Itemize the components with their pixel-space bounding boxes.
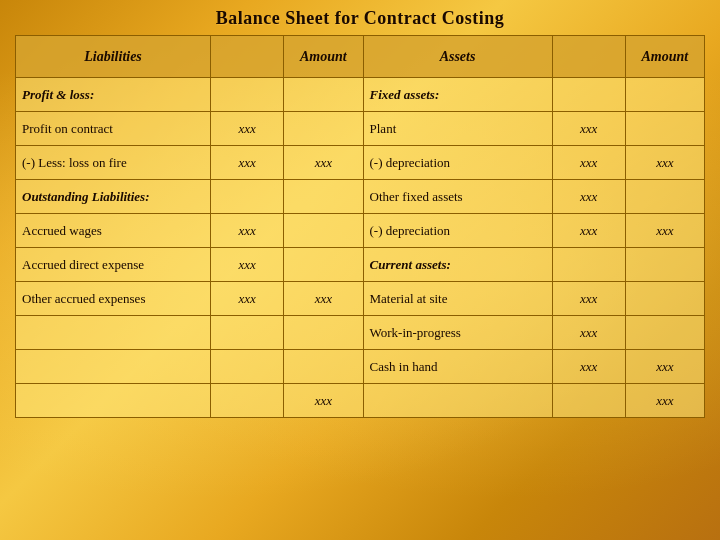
left-label: Accrued wages <box>16 214 211 248</box>
left-val1: xxx <box>211 214 284 248</box>
right-val2 <box>625 78 704 112</box>
left-val2 <box>284 180 363 214</box>
left-val2 <box>284 112 363 146</box>
balance-sheet-table: Liabilities Amount Assets Amount Profit … <box>15 35 705 418</box>
right-label: (-) depreciation <box>363 146 552 180</box>
right-label: Other fixed assets <box>363 180 552 214</box>
table-row: Profit & loss:Fixed assets: <box>16 78 705 112</box>
right-val1: xxx <box>552 282 625 316</box>
right-label: (-) depreciation <box>363 214 552 248</box>
left-val1 <box>211 316 284 350</box>
left-val1 <box>211 350 284 384</box>
header-amount-right-2: Amount <box>625 36 704 78</box>
left-label: Accrued direct expense <box>16 248 211 282</box>
left-label <box>16 384 211 418</box>
right-val2 <box>625 248 704 282</box>
header-liabilities: Liabilities <box>16 36 211 78</box>
right-val1 <box>552 384 625 418</box>
right-label: Plant <box>363 112 552 146</box>
right-val1: xxx <box>552 146 625 180</box>
right-val2: xxx <box>625 350 704 384</box>
left-label <box>16 316 211 350</box>
left-val2 <box>284 248 363 282</box>
right-val2 <box>625 316 704 350</box>
left-label: Profit on contract <box>16 112 211 146</box>
table-row: Other accrued expensesxxxxxxMaterial at … <box>16 282 705 316</box>
right-label: Work-in-progress <box>363 316 552 350</box>
right-label <box>363 384 552 418</box>
table-row: xxxxxx <box>16 384 705 418</box>
left-val2: xxx <box>284 384 363 418</box>
right-val1 <box>552 248 625 282</box>
left-val2 <box>284 214 363 248</box>
left-val1: xxx <box>211 248 284 282</box>
right-val2 <box>625 112 704 146</box>
left-val2 <box>284 316 363 350</box>
right-label: Cash in hand <box>363 350 552 384</box>
left-val1 <box>211 180 284 214</box>
left-val2: xxx <box>284 146 363 180</box>
header-amount-left-2: Amount <box>284 36 363 78</box>
right-val1: xxx <box>552 180 625 214</box>
left-label: (-) Less: loss on fire <box>16 146 211 180</box>
right-label: Fixed assets: <box>363 78 552 112</box>
right-val1 <box>552 78 625 112</box>
right-val2: xxx <box>625 384 704 418</box>
table-row: Accrued wagesxxx(-) depreciationxxxxxx <box>16 214 705 248</box>
right-val1: xxx <box>552 112 625 146</box>
right-val1: xxx <box>552 214 625 248</box>
right-val2: xxx <box>625 146 704 180</box>
header-assets: Assets <box>363 36 552 78</box>
left-label: Outstanding Liabilities: <box>16 180 211 214</box>
left-val1: xxx <box>211 146 284 180</box>
left-val2: xxx <box>284 282 363 316</box>
right-label: Current assets: <box>363 248 552 282</box>
table-row: Work-in-progressxxx <box>16 316 705 350</box>
right-val2 <box>625 282 704 316</box>
left-val1 <box>211 384 284 418</box>
table-row: Accrued direct expensexxxCurrent assets: <box>16 248 705 282</box>
table-row: Profit on contractxxxPlantxxx <box>16 112 705 146</box>
table-row: Outstanding Liabilities:Other fixed asse… <box>16 180 705 214</box>
right-val2: xxx <box>625 214 704 248</box>
left-val1: xxx <box>211 112 284 146</box>
right-label: Material at site <box>363 282 552 316</box>
right-val1: xxx <box>552 350 625 384</box>
left-label <box>16 350 211 384</box>
header-amount-left-1 <box>211 36 284 78</box>
left-label: Profit & loss: <box>16 78 211 112</box>
left-val2 <box>284 350 363 384</box>
right-val1: xxx <box>552 316 625 350</box>
table-container: Liabilities Amount Assets Amount Profit … <box>15 35 705 418</box>
left-val1: xxx <box>211 282 284 316</box>
right-val2 <box>625 180 704 214</box>
left-val2 <box>284 78 363 112</box>
header-amount-right-1 <box>552 36 625 78</box>
page-title: Balance Sheet for Contract Costing <box>216 8 505 29</box>
left-val1 <box>211 78 284 112</box>
table-row: (-) Less: loss on firexxxxxx(-) deprecia… <box>16 146 705 180</box>
left-label: Other accrued expenses <box>16 282 211 316</box>
table-row: Cash in handxxxxxx <box>16 350 705 384</box>
